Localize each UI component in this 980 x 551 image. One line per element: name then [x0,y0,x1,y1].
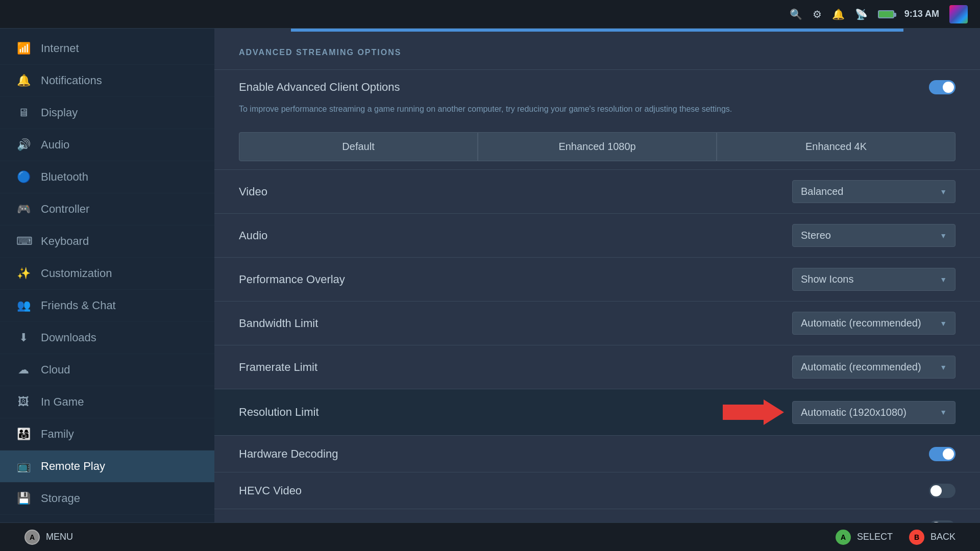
dropdown-arrow-1: ▼ [940,232,947,240]
sidebar-item-game-recording[interactable]: 🎬 Game Recording [0,515,214,522]
label-storage: Storage [41,492,80,505]
setting-label-0: Video [239,185,792,198]
sidebar-item-display[interactable]: 🖥 Display [0,97,214,129]
dropdown-4[interactable]: Automatic (recommended)▼ [792,356,955,379]
preset-4k-button[interactable]: Enhanced 4K [717,132,955,161]
icon-family: 👨‍👩‍👧 [16,428,31,441]
notification-icon[interactable]: 🔔 [832,8,845,20]
dropdown-2[interactable]: Show Icons▼ [792,268,955,291]
right-actions: A SELECT B BACK [836,530,955,545]
settings-icon[interactable]: ⚙ [813,8,822,20]
icon-internet: 📶 [16,42,31,55]
setting-row-6: Hardware Decoding [214,435,980,472]
sidebar-item-customization[interactable]: ✨ Customization [0,258,214,290]
select-action[interactable]: A SELECT [836,530,893,545]
clock: 9:13 AM [904,9,939,19]
setting-row-4: Framerate LimitAutomatic (recommended)▼ [214,345,980,389]
enable-advanced-row: Enable Advanced Client Options [214,69,980,105]
preset-1080p-button[interactable]: Enhanced 1080p [478,132,717,161]
sidebar-item-keyboard[interactable]: ⌨ Keyboard [0,226,214,258]
setting-row-5: Resolution Limit Automatic (980x551)▼ [214,389,980,435]
b-button-back: B [909,530,924,545]
red-arrow-icon [723,399,784,425]
icon-in-game: 🖼 [16,395,31,409]
sidebar-item-storage[interactable]: 💾 Storage [0,483,214,515]
icon-bluetooth: 🔵 [16,170,31,184]
label-friends-chat: Friends & Chat [41,299,116,312]
topbar: 🔍 ⚙ 🔔 📡 9:13 AM [0,0,980,29]
toggle-6[interactable] [929,447,955,461]
sidebar-item-audio[interactable]: 🔊 Audio [0,129,214,161]
bottombar: A MENU A SELECT B BACK [0,522,980,551]
label-internet: Internet [41,42,79,55]
toggle-knob-7 [930,485,942,496]
icon-cloud: ☁ [16,363,31,377]
enable-advanced-label: Enable Advanced Client Options [239,81,929,94]
label-display: Display [41,106,78,119]
setting-row-2: Performance OverlayShow Icons▼ [214,257,980,301]
a-button-select: A [836,530,851,545]
icon-remote-play: 📺 [16,460,31,473]
sidebar-item-controller[interactable]: 🎮 Controller [0,193,214,226]
label-keyboard: Keyboard [41,235,89,248]
dropdown-arrow-5: ▼ [940,408,947,416]
preset-buttons-row: Default Enhanced 1080p Enhanced 4K [214,124,980,169]
sidebar: 📶 Internet 🔔 Notifications 🖥 Display 🔊 A… [0,29,214,522]
setting-label-4: Framerate Limit [239,361,792,374]
menu-action[interactable]: A MENU [24,530,73,545]
setting-label-1: Audio [239,229,792,242]
dropdown-3[interactable]: Automatic (recommended)▼ [792,312,955,335]
icon-friends-chat: 👥 [16,299,31,312]
label-cloud: Cloud [41,363,70,377]
content-area: ADVANCED STREAMING OPTIONS Enable Advanc… [214,29,980,522]
dropdown-1[interactable]: Stereo▼ [792,224,955,247]
label-notifications: Notifications [41,74,102,87]
svg-marker-0 [723,399,784,425]
icon-display: 🖥 [16,106,31,119]
setting-row-8: Low Latency Networking [214,509,980,522]
dropdown-arrow-0: ▼ [940,188,947,196]
label-in-game: In Game [41,395,84,409]
toggle-7[interactable] [929,484,955,498]
broadcast-icon[interactable]: 📡 [855,8,868,20]
back-label: BACK [930,532,955,542]
icon-keyboard: ⌨ [16,235,31,248]
label-family: Family [41,428,74,441]
setting-label-6: Hardware Decoding [239,447,929,461]
sidebar-item-internet[interactable]: 📶 Internet [0,33,214,65]
sidebar-item-family[interactable]: 👨‍👩‍👧 Family [0,418,214,450]
sidebar-item-remote-play[interactable]: 📺 Remote Play [0,450,214,483]
toggle-knob-6 [943,448,954,460]
avatar[interactable] [949,5,968,23]
search-icon[interactable]: 🔍 [790,8,802,20]
label-downloads: Downloads [41,331,96,344]
setting-row-0: VideoBalanced▼ [214,169,980,213]
main-layout: 📶 Internet 🔔 Notifications 🖥 Display 🔊 A… [0,29,980,522]
select-label: SELECT [857,532,893,542]
sidebar-item-bluetooth[interactable]: 🔵 Bluetooth [0,161,214,193]
setting-row-1: AudioStereo▼ [214,213,980,257]
preset-default-button[interactable]: Default [239,132,478,161]
dropdown-0[interactable]: Balanced▼ [792,180,955,203]
icon-storage: 💾 [16,492,31,505]
label-controller: Controller [41,203,89,216]
icon-audio: 🔊 [16,138,31,152]
setting-label-2: Performance Overlay [239,273,792,286]
sidebar-item-cloud[interactable]: ☁ Cloud [0,354,214,386]
back-action[interactable]: B BACK [909,530,955,545]
label-customization: Customization [41,267,112,280]
sidebar-item-in-game[interactable]: 🖼 In Game [0,386,214,418]
enable-advanced-toggle[interactable] [929,80,955,94]
dropdown-5[interactable]: Automatic (980x551)▼ [792,401,955,424]
toggle-8[interactable] [929,520,955,523]
enable-advanced-desc: To improve performance streaming a game … [214,105,980,124]
setting-row-3: Bandwidth LimitAutomatic (recommended)▼ [214,301,980,345]
section-title: ADVANCED STREAMING OPTIONS [214,32,980,69]
setting-label-3: Bandwidth Limit [239,317,792,330]
setting-label-5: Resolution Limit [239,406,723,419]
sidebar-item-friends-chat[interactable]: 👥 Friends & Chat [0,290,214,322]
sidebar-item-downloads[interactable]: ⬇ Downloads [0,322,214,354]
setting-label-7: HEVC Video [239,484,929,497]
sidebar-item-notifications[interactable]: 🔔 Notifications [0,65,214,97]
a-button-menu: A [24,530,40,545]
